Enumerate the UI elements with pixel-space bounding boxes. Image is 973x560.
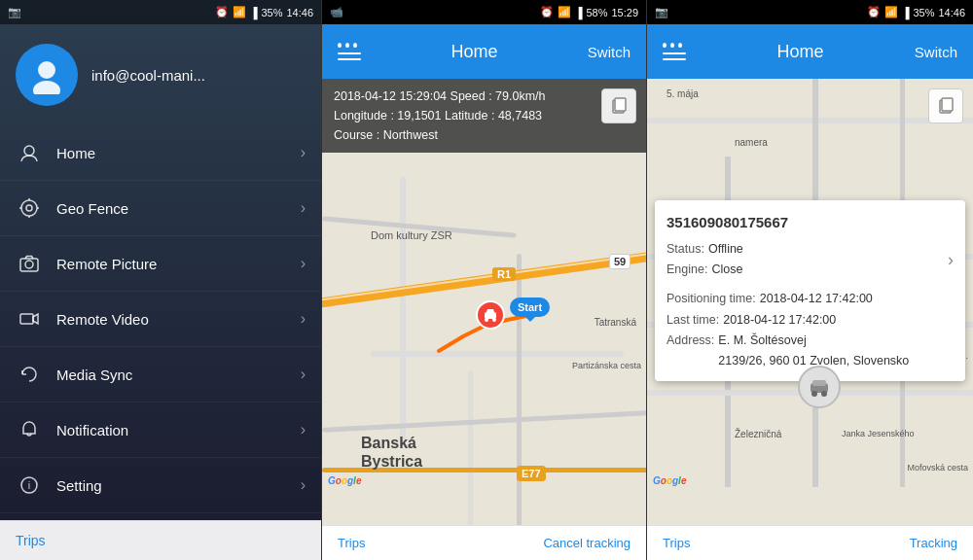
profile-email: info@cool-mani... (91, 67, 205, 84)
address-label: Address: (667, 331, 714, 372)
setting-icon: i (16, 472, 43, 499)
h-bar3 (663, 52, 686, 54)
trips-link-panel1[interactable]: Trips (0, 520, 321, 560)
avatar (16, 44, 78, 106)
sidebar-item-notification[interactable]: Notification › (0, 402, 321, 458)
menu-list: Home › Geo Fence › Remote (0, 125, 321, 520)
status-value: Offline (708, 239, 743, 260)
status-bar-panel2: 📹 ⏰ 📶 ▐ 58% 15:29 (322, 0, 646, 24)
device-engine-row: Engine: Close › (667, 260, 954, 290)
svg-point-1 (33, 81, 60, 94)
label-zeleznicna: Železničná (735, 429, 781, 439)
map-footer-p3: Trips Tracking (647, 525, 973, 560)
sidebar-item-geo-fence[interactable]: Geo Fence › (0, 181, 321, 236)
copy-button-p3[interactable] (928, 88, 963, 123)
hamburger-line4 (663, 43, 686, 48)
signal-icon3: ▐ (902, 7, 910, 18)
cancel-tracking-link[interactable]: Cancel tracking (543, 536, 631, 550)
signal-icon: ▐ (250, 7, 258, 18)
profile-section[interactable]: info@cool-mani... (0, 24, 321, 125)
remote-video-label: Remote Video (56, 311, 301, 328)
h-dot5 (670, 43, 674, 48)
sidebar-item-home[interactable]: Home › (0, 125, 321, 181)
h-dot3 (353, 43, 357, 48)
info-line3: Course : Northwest (334, 125, 634, 145)
home-icon (16, 139, 43, 166)
battery-level2: 58% (586, 7, 607, 18)
svg-rect-10 (485, 312, 496, 319)
app-bar-panel2: Home Switch (322, 24, 646, 79)
notification-arrow: › (301, 421, 306, 438)
h-dot2 (345, 43, 349, 48)
device-panel: 📷 ⏰ 📶 ▐ 35% 14:46 Home Switch (647, 0, 973, 560)
svg-point-6 (25, 261, 33, 268)
trips-link-p3[interactable]: Trips (663, 536, 690, 550)
status-bar-panel3: 📷 ⏰ 📶 ▐ 35% 14:46 (647, 0, 973, 24)
copy-icon (609, 96, 629, 116)
svg-rect-16 (812, 380, 826, 386)
alarm-icon: ⏰ (215, 6, 229, 18)
h-dot1 (338, 43, 342, 48)
hamburger-line6 (663, 58, 686, 60)
home-label: Home (56, 145, 301, 161)
engine-value: Close (711, 260, 742, 290)
tracking-link[interactable]: Tracking (910, 536, 957, 550)
last-time-label: Last time: (667, 310, 719, 331)
road-v3 (517, 254, 522, 525)
app-bar-title-p2: Home (361, 42, 588, 62)
h-bar2 (338, 58, 361, 60)
remote-video-arrow: › (301, 310, 306, 328)
label-partizanska: Partizánska cesta (572, 361, 641, 370)
label-tatranska: Tatranská (595, 317, 636, 328)
copy-button-p2[interactable] (601, 88, 636, 123)
engine-arrow[interactable]: › (948, 244, 954, 274)
switch-button-p2[interactable]: Switch (588, 44, 631, 60)
map-area-p3[interactable]: 5. mája namera Antona B... Železničná Ja… (647, 79, 973, 525)
h-bar1 (338, 52, 361, 54)
hamburger-line1 (338, 43, 361, 48)
svg-point-4 (26, 205, 32, 211)
status-label: Status: (667, 239, 704, 260)
copy-icon-p3 (936, 96, 955, 116)
road-h2 (371, 351, 624, 357)
label-5-maja: 5. mája (667, 88, 699, 99)
camera-status-icon: 📷 (8, 6, 21, 18)
hamburger-menu-panel3[interactable] (663, 43, 686, 60)
sidebar-item-remote-video[interactable]: Remote Video › (0, 292, 321, 347)
badge-59: 59 (609, 254, 631, 269)
time-display3: 14:46 (938, 7, 965, 18)
avatar-icon (27, 55, 66, 94)
svg-text:i: i (28, 479, 30, 491)
sidebar-item-setting[interactable]: i Setting › (0, 458, 321, 513)
info-line1: 2018-04-12 15:29:04 Speed : 79.0km/h (334, 87, 634, 106)
device-last-time-row: Last time: 2018-04-12 17:42:00 (667, 310, 954, 331)
hamburger-line3 (338, 58, 361, 60)
media-sync-arrow: › (301, 366, 306, 383)
car-location-marker (798, 366, 841, 408)
svg-rect-7 (20, 314, 33, 324)
remote-picture-label: Remote Picture (56, 256, 301, 272)
camera-status3: 📷 (655, 6, 668, 18)
setting-arrow: › (301, 476, 306, 494)
hamburger-menu-panel2[interactable] (338, 43, 361, 60)
positioning-time-value: 2018-04-12 17:42:00 (760, 289, 873, 309)
status-bar2-right: ⏰ 📶 ▐ 58% 15:29 (540, 6, 638, 18)
status-bar3-right: ⏰ 📶 ▐ 35% 14:46 (867, 6, 965, 18)
trips-link-p2[interactable]: Trips (338, 536, 365, 550)
hamburger-line2 (338, 52, 361, 54)
wifi-icon: 📶 (233, 6, 246, 18)
sidebar-item-media-sync[interactable]: Media Sync › (0, 347, 321, 402)
home-arrow: › (301, 144, 306, 161)
signal-icon2: ▐ (575, 7, 583, 18)
sidebar-item-remote-picture[interactable]: Remote Picture › (0, 236, 321, 292)
geo-fence-arrow: › (301, 199, 306, 217)
info-line2: Longitude : 19,1501 Latitude : 48,7483 (334, 106, 634, 125)
start-marker[interactable]: Start (510, 298, 550, 317)
map-info-overlay: 2018-04-12 15:29:04 Speed : 79.0km/h Lon… (322, 79, 646, 153)
svg-point-18 (821, 391, 827, 397)
svg-point-0 (38, 61, 55, 79)
car-marker-p2 (476, 300, 505, 330)
switch-button-p3[interactable]: Switch (915, 44, 957, 60)
video-status-icon: 📹 (330, 6, 343, 18)
label-janka-jes: Janka Jesenského (842, 429, 915, 438)
